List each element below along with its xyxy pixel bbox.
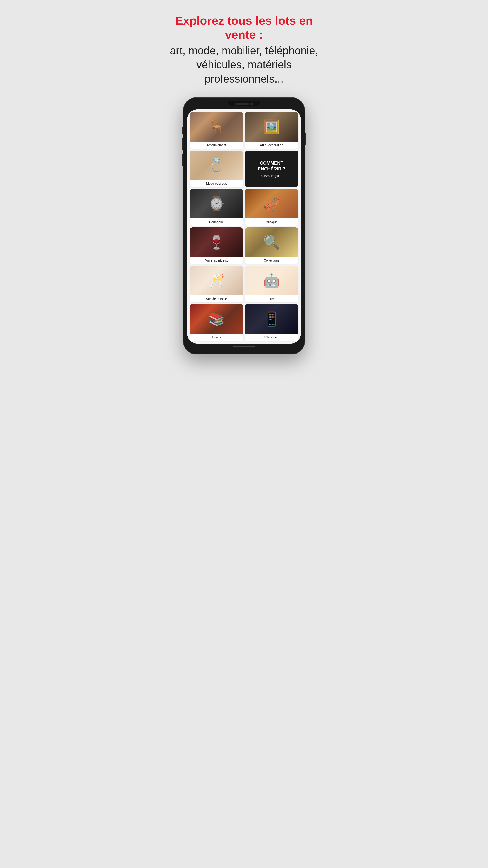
category-image-horlogerie: [190, 189, 243, 218]
category-card-collections[interactable]: Collections: [245, 227, 298, 264]
category-image-jouets: [245, 266, 298, 295]
category-image-ameublement: [190, 112, 243, 142]
phone-notch: [228, 101, 260, 106]
phone-notch-bar: [187, 101, 301, 110]
category-image-musique: [245, 189, 298, 218]
mute-button: [182, 127, 183, 134]
category-image-tech: [245, 304, 298, 334]
category-card-livres[interactable]: Livres: [190, 304, 243, 341]
category-image-mode: [190, 151, 243, 180]
how-to-bid-card[interactable]: COMMENT ENCHÉRIR ? Suivez le guide: [245, 151, 298, 187]
volume-down-button: [182, 154, 183, 166]
category-card-mode[interactable]: Mode et bijoux: [190, 151, 243, 187]
category-image-collections: [245, 227, 298, 257]
phone-speaker: [235, 103, 249, 105]
how-to-bid-link[interactable]: Suivez le guide: [261, 174, 283, 178]
header: Explorez tous les lots en vente : art, m…: [165, 13, 323, 86]
categories-grid: Ameublement Art et décoration Mode et bi…: [187, 110, 301, 344]
category-label-arts-table: Arts de la table: [190, 295, 243, 303]
header-subtitle: art, mode, mobilier, téléphonie, véhicul…: [165, 43, 323, 86]
category-card-vin[interactable]: Vin et spiritueux: [190, 227, 243, 264]
category-card-art[interactable]: Art et décoration: [245, 112, 298, 149]
phone-mockup: Ameublement Art et décoration Mode et bi…: [183, 97, 305, 354]
phone-bottom-bar: [187, 344, 301, 350]
category-label-musique: Musique: [245, 218, 298, 225]
category-card-arts-table[interactable]: Arts de la table: [190, 266, 243, 303]
header-title: Explorez tous les lots en vente :: [165, 13, 323, 42]
category-card-horlogerie[interactable]: Horlogerie: [190, 189, 243, 225]
category-card-jouets[interactable]: Jouets: [245, 266, 298, 303]
category-label-livres: Livres: [190, 334, 243, 341]
power-button: [305, 133, 306, 145]
volume-up-button: [182, 138, 183, 150]
category-image-livres: [190, 304, 243, 334]
category-image-art: [245, 112, 298, 142]
category-card-musique[interactable]: Musique: [245, 189, 298, 225]
category-label-tech: Téléphonie: [245, 334, 298, 341]
category-card-tech[interactable]: Téléphonie: [245, 304, 298, 341]
phone-camera: [250, 103, 253, 105]
category-label-mode: Mode et bijoux: [190, 180, 243, 187]
category-image-arts-table: [190, 266, 243, 295]
phone-screen-inner: Ameublement Art et décoration Mode et bi…: [187, 110, 301, 344]
phone-screen: Ameublement Art et décoration Mode et bi…: [187, 110, 301, 344]
category-label-vin: Vin et spiritueux: [190, 257, 243, 264]
category-label-ameublement: Ameublement: [190, 142, 243, 149]
category-card-ameublement[interactable]: Ameublement: [190, 112, 243, 149]
category-label-art: Art et décoration: [245, 142, 298, 149]
category-image-vin: [190, 227, 243, 257]
phone-notch-dots: [235, 103, 253, 105]
category-label-horlogerie: Horlogerie: [190, 218, 243, 225]
how-to-bid-title: COMMENT ENCHÉRIR ?: [245, 160, 298, 172]
category-label-collections: Collections: [245, 257, 298, 264]
phone-home-indicator: [233, 346, 255, 347]
category-label-jouets: Jouets: [245, 295, 298, 303]
